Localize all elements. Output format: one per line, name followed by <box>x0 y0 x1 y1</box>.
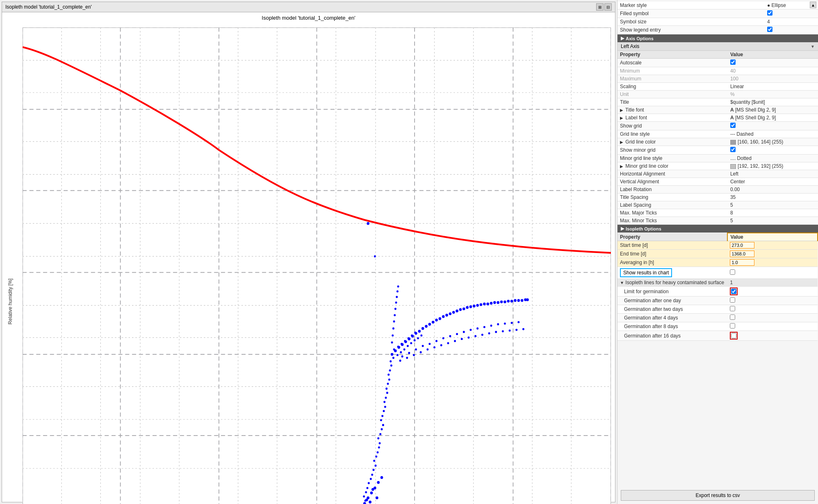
scroll-top-icon[interactable]: ▲ <box>810 2 816 8</box>
germination-2days-checkbox[interactable] <box>727 305 818 314</box>
svg-point-119 <box>493 301 496 304</box>
label-spacing-row: Label Spacing 5 <box>617 201 818 209</box>
germination-1day-checkbox[interactable] <box>727 296 818 305</box>
svg-point-129 <box>526 299 529 301</box>
svg-point-111 <box>466 306 469 309</box>
show-minor-grid-row: Show minor grid <box>617 146 818 155</box>
label-font-value: A [MS Shell Dlg 2, 9] <box>728 114 818 122</box>
show-results-row: Show results in chart <box>617 267 818 279</box>
svg-point-176 <box>413 354 415 356</box>
unit-label: Unit <box>617 91 728 98</box>
show-minor-grid-checkbox[interactable] <box>728 146 818 155</box>
isopleth-lines-header-text: Isopleth lines for heavy contaminated su… <box>625 280 724 285</box>
svg-point-139 <box>393 349 395 351</box>
show-results-checkbox[interactable] <box>727 267 818 279</box>
svg-point-64 <box>372 469 374 471</box>
minor-grid-line-color-row: ▶ Minor grid line color [192, 192, 192] … <box>617 162 818 170</box>
svg-point-144 <box>411 334 413 336</box>
svg-point-70 <box>379 442 381 444</box>
export-results-button[interactable]: Export results to csv <box>621 490 815 501</box>
title-row: Title $quantity [$unit] <box>617 98 818 106</box>
start-time-row: Start time [d] <box>617 241 818 250</box>
left-axis-expand-icon[interactable]: ▼ <box>811 44 815 49</box>
y-axis-label: Relative humidity [%] <box>2 23 18 504</box>
label-rotation-label: Label Rotation <box>617 186 728 194</box>
limit-germination-red-border <box>730 287 738 295</box>
svg-point-61 <box>368 482 370 484</box>
show-legend-entry-checkbox[interactable] <box>765 26 818 34</box>
svg-point-169 <box>490 325 492 327</box>
svg-point-182 <box>454 340 456 342</box>
isopleth-value-col-header: Value <box>727 233 818 241</box>
isopleth-properties-table: Property Value Start time [d] End time [… <box>617 233 818 341</box>
averaging-row: Averaging in [h] <box>617 258 818 267</box>
minor-grid-line-color-value: [192, 192, 192] (255) <box>728 162 818 170</box>
chart-title-bar-text: Isopleth model 'tutorial_1_complete_en' <box>5 4 92 10</box>
chart-title-icons: ⊞ ⊟ <box>596 3 612 11</box>
germination-4days-checkbox[interactable] <box>727 314 818 322</box>
title-font-expand-icon[interactable]: ▶ <box>620 108 624 112</box>
vertical-alignment-value: Center <box>728 178 818 186</box>
averaging-label: Averaging in [h] <box>617 258 727 267</box>
svg-point-154 <box>396 290 399 292</box>
isopleth-lines-header-row: ▼ Isopleth lines for heavy contaminated … <box>617 279 818 287</box>
svg-point-98 <box>422 327 424 330</box>
svg-point-133 <box>403 349 406 351</box>
left-axis-subheader: Left Axis ▼ <box>617 42 818 51</box>
svg-point-58 <box>363 495 365 497</box>
isopleth-lines-expand-icon[interactable]: ▼ <box>620 281 624 285</box>
show-results-label: Show results in chart <box>623 270 669 276</box>
svg-point-143 <box>408 337 410 339</box>
germination-2days-row: Germination after two days <box>617 305 818 314</box>
minor-grid-line-color-label: ▶ Minor grid line color <box>617 162 728 170</box>
svg-point-130 <box>392 357 394 359</box>
svg-point-150 <box>394 314 396 316</box>
svg-point-172 <box>511 322 513 324</box>
title-label: Title <box>617 98 728 106</box>
label-font-expand-icon[interactable]: ▶ <box>620 116 624 120</box>
limit-germination-checkbox[interactable] <box>727 287 818 296</box>
unit-row: Unit % <box>617 91 818 98</box>
svg-point-177 <box>420 351 422 353</box>
svg-point-187 <box>488 332 490 334</box>
grid-line-style-label: Grid line style <box>617 130 728 138</box>
svg-point-108 <box>456 310 458 312</box>
svg-point-136 <box>414 339 416 341</box>
grid-color-expand-icon[interactable]: ▶ <box>620 140 624 144</box>
scaling-label: Scaling <box>617 83 728 91</box>
end-time-label: End time [d] <box>617 250 727 258</box>
isopleth-options-collapse-icon[interactable]: ▶ <box>621 226 624 231</box>
svg-point-167 <box>476 327 478 329</box>
start-time-value[interactable] <box>727 241 818 250</box>
isopleth-lines-value: 1 <box>727 279 818 287</box>
germination-16days-checkbox[interactable] <box>727 331 818 341</box>
svg-point-180 <box>440 344 442 346</box>
minor-grid-color-expand-icon[interactable]: ▶ <box>620 164 624 169</box>
svg-point-145 <box>414 332 416 334</box>
autoscale-checkbox[interactable] <box>728 59 818 67</box>
end-time-value[interactable] <box>727 250 818 258</box>
svg-point-116 <box>483 303 486 306</box>
svg-point-165 <box>463 331 465 333</box>
svg-point-73 <box>381 428 383 430</box>
svg-point-100 <box>428 323 431 326</box>
grid-icon[interactable]: ⊟ <box>604 3 612 11</box>
averaging-value[interactable] <box>727 258 818 267</box>
svg-point-122 <box>504 301 506 303</box>
svg-point-170 <box>497 323 499 325</box>
max-minor-ticks-row: Max. Minor Ticks 5 <box>617 217 818 225</box>
svg-point-71 <box>377 437 379 439</box>
filled-symbol-checkbox[interactable] <box>765 9 818 18</box>
svg-point-181 <box>447 342 449 344</box>
svg-point-114 <box>476 304 479 307</box>
isopleth-options-title: Isopleth Options <box>626 226 661 231</box>
grid-line-color-row: ▶ Grid line color [160, 160, 164] (255) <box>617 138 818 146</box>
svg-point-140 <box>397 346 399 348</box>
germination-8days-checkbox[interactable] <box>727 322 818 331</box>
maximize-icon[interactable]: ⊞ <box>596 3 604 11</box>
show-grid-checkbox[interactable] <box>728 122 818 130</box>
svg-point-97 <box>418 330 421 333</box>
axis-options-collapse-icon[interactable]: ▶ <box>621 36 624 41</box>
svg-point-174 <box>399 360 401 362</box>
grid-line-color-value: [160, 160, 164] (255) <box>728 138 818 146</box>
